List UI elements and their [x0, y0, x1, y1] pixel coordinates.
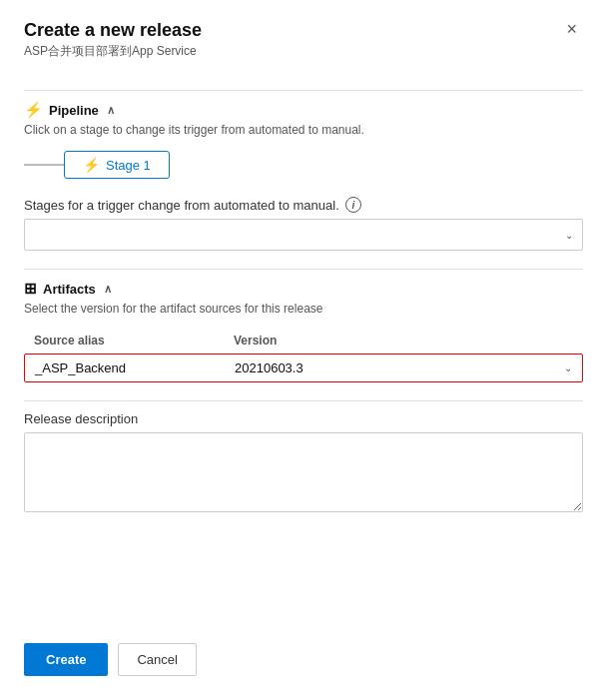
- create-release-dialog: Create a new release ASP合并项目部署到App Servi…: [0, 0, 607, 700]
- artifacts-chevron: ∧: [104, 283, 112, 296]
- artifacts-label: Artifacts: [43, 282, 96, 297]
- divider-bottom: [24, 400, 583, 401]
- release-description-textarea[interactable]: [24, 432, 583, 512]
- artifacts-description: Select the version for the artifact sour…: [24, 302, 583, 316]
- pipeline-section-header: ⚡ Pipeline ∧: [24, 101, 583, 119]
- footer-buttons: Create Cancel: [24, 623, 583, 676]
- release-desc-label: Release description: [24, 411, 583, 426]
- create-button[interactable]: Create: [24, 643, 108, 676]
- cancel-button[interactable]: Cancel: [118, 643, 196, 676]
- stage-box[interactable]: ⚡ Stage 1: [64, 151, 170, 179]
- pipeline-icon: ⚡: [24, 101, 43, 119]
- stage-line: [24, 164, 64, 166]
- col-version-header: Version: [234, 334, 583, 348]
- dialog-header: Create a new release ASP合并项目部署到App Servi…: [24, 20, 583, 74]
- artifacts-section-header: ⊞ Artifacts ∧: [24, 280, 583, 298]
- artifacts-table: Source alias Version _ASP_Backend 202106…: [24, 330, 583, 382]
- stages-trigger-dropdown[interactable]: [24, 219, 583, 251]
- artifacts-icon: ⊞: [24, 280, 37, 298]
- stage-icon: ⚡: [83, 157, 100, 173]
- stage-label: Stage 1: [106, 158, 151, 173]
- pipeline-description: Click on a stage to change its trigger f…: [24, 123, 583, 137]
- stages-trigger-text: Stages for a trigger change from automat…: [24, 198, 339, 213]
- artifact-row-chevron[interactable]: ⌄: [564, 362, 572, 373]
- divider-middle: [24, 269, 583, 270]
- artifact-source: _ASP_Backend: [35, 360, 235, 375]
- close-button[interactable]: ×: [560, 18, 583, 40]
- artifact-row[interactable]: _ASP_Backend 20210603.3 ⌄: [24, 353, 583, 382]
- stages-trigger-label: Stages for a trigger change from automat…: [24, 197, 583, 213]
- info-icon[interactable]: i: [345, 197, 361, 213]
- artifact-version: 20210603.3: [235, 360, 564, 375]
- artifacts-table-header: Source alias Version: [24, 330, 583, 351]
- pipeline-stage-area: ⚡ Stage 1: [24, 151, 583, 179]
- dialog-subtitle: ASP合并项目部署到App Service: [24, 43, 202, 60]
- col-source-header: Source alias: [34, 334, 234, 348]
- pipeline-label: Pipeline: [49, 103, 99, 118]
- divider-top: [24, 90, 583, 91]
- stages-trigger-dropdown-wrapper: ⌄: [24, 219, 583, 251]
- dialog-title: Create a new release: [24, 20, 202, 41]
- title-area: Create a new release ASP合并项目部署到App Servi…: [24, 20, 202, 74]
- pipeline-chevron: ∧: [107, 104, 115, 117]
